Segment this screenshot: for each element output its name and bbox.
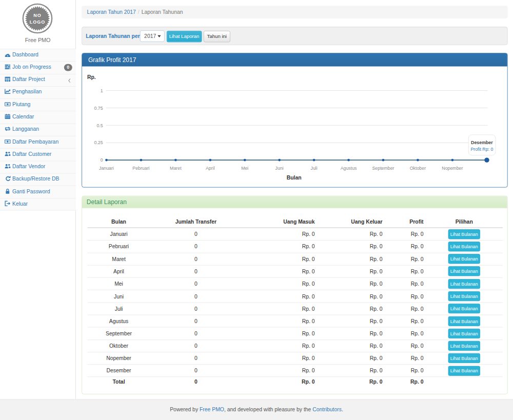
svg-text:Oktober: Oktober bbox=[409, 165, 425, 170]
svg-text:April: April bbox=[206, 165, 215, 170]
svg-text:NO: NO bbox=[33, 13, 41, 18]
svg-text:September: September bbox=[372, 165, 394, 170]
svg-text:0.5: 0.5 bbox=[96, 123, 103, 128]
svg-text:Juli: Juli bbox=[310, 165, 317, 170]
svg-text:Maret: Maret bbox=[170, 165, 182, 170]
svg-text:Pebruari: Pebruari bbox=[132, 165, 149, 170]
svg-text:Nopember: Nopember bbox=[442, 165, 463, 170]
svg-text:0.25: 0.25 bbox=[94, 140, 103, 145]
svg-text:1: 1 bbox=[100, 88, 103, 93]
svg-text:0.75: 0.75 bbox=[94, 105, 103, 110]
svg-text:LOGO: LOGO bbox=[30, 19, 45, 25]
svg-text:Mei: Mei bbox=[241, 165, 248, 170]
svg-text:Juni: Juni bbox=[275, 165, 283, 170]
svg-text:0: 0 bbox=[100, 157, 103, 163]
svg-text:Agustus: Agustus bbox=[340, 165, 357, 170]
svg-text:Januari: Januari bbox=[99, 165, 114, 170]
